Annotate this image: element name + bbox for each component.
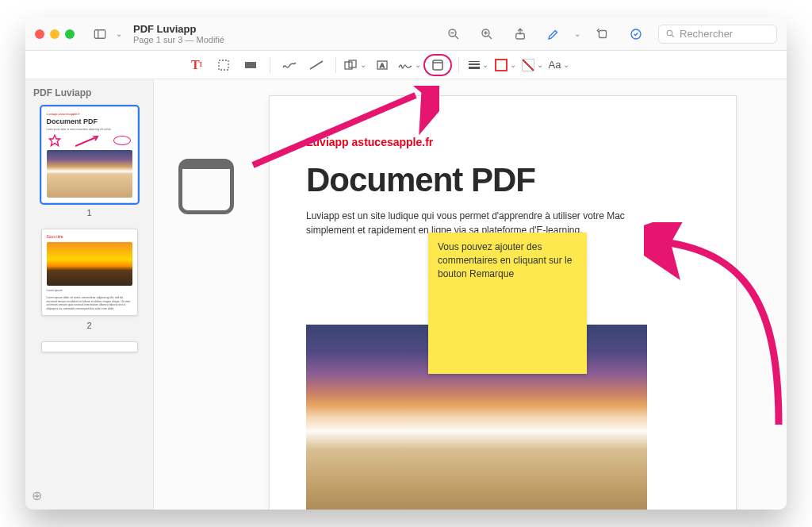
border-color-tool[interactable]: ⌄ [492, 55, 518, 75]
page-header-link: Luviapp astucesapple.fr [306, 136, 699, 148]
svg-rect-10 [599, 30, 607, 37]
svg-point-12 [667, 30, 672, 36]
add-page-button[interactable]: ⊕ [32, 488, 42, 503]
document-canvas[interactable]: Luviapp astucesapple.fr Document PDF Luv… [154, 79, 787, 510]
thumb-number-2: 2 [33, 321, 145, 330]
search-icon [665, 29, 676, 39]
toolbar-actions: ⌄ Rechercher [442, 23, 777, 45]
sidebar-title: PDF Luviapp [33, 87, 145, 98]
rotate-button[interactable] [592, 23, 614, 45]
svg-rect-15 [245, 62, 256, 68]
rect-selection-tool[interactable] [211, 55, 236, 75]
markup-menu-chevron-icon[interactable]: ⌄ [574, 29, 580, 38]
view-menu-chevron-icon[interactable]: ⌄ [116, 29, 122, 38]
shapes-tool[interactable]: ⌄ [343, 55, 368, 75]
sign-tool[interactable]: ⌄ [396, 55, 422, 75]
arrow-icon [75, 136, 99, 147]
search-field[interactable]: Rechercher [658, 25, 777, 44]
oval-icon [113, 136, 131, 145]
search-placeholder: Rechercher [680, 28, 733, 40]
sidebar-toggle-button[interactable] [89, 25, 111, 44]
thumb-image-1 [47, 150, 132, 198]
svg-line-13 [672, 35, 674, 37]
line-style-tool[interactable]: ⌄ [465, 55, 491, 75]
redact-tool[interactable] [238, 55, 263, 75]
markup-button[interactable] [542, 23, 565, 45]
page-thumbnail-2[interactable]: Sous titre Lorem ipsumLorem ipsum dolor … [41, 229, 138, 316]
page-thumbnail-1[interactable]: Luviapp astucesapple.fr Document PDF Lor… [41, 106, 138, 203]
fill-color-tool[interactable]: ⌄ [519, 55, 545, 75]
svg-rect-20 [433, 60, 442, 70]
star-icon [48, 134, 61, 147]
thumb-image-2 [47, 242, 132, 286]
markup-toolbar: TI ⌄ A ⌄ ⌄ ⌄ ⌄ Aa⌄ [25, 51, 787, 79]
traffic-lights [35, 29, 75, 39]
maximize-window-button[interactable] [65, 29, 75, 39]
page-heading: Document PDF [306, 161, 699, 199]
document-title: PDF Luviapp [133, 23, 224, 35]
minimize-window-button[interactable] [50, 29, 59, 39]
sticky-note[interactable]: Vous pouvez ajouter des commentaires en … [428, 233, 587, 374]
document-subtitle: Page 1 sur 3 — Modifié [133, 35, 224, 44]
svg-line-3 [455, 36, 458, 39]
note-icon-large [178, 159, 234, 214]
pdf-page-1: Luviapp astucesapple.fr Document PDF Luv… [269, 95, 737, 510]
app-window: ⌄ PDF Luviapp Page 1 sur 3 — Modifié ⌄ [25, 17, 787, 510]
highlight-button[interactable] [625, 23, 647, 45]
titlebar: ⌄ PDF Luviapp Page 1 sur 3 — Modifié ⌄ [25, 17, 787, 51]
text-selection-tool[interactable]: TI [184, 55, 209, 75]
draw-tool[interactable] [304, 55, 329, 75]
svg-line-23 [75, 137, 96, 146]
textbox-tool[interactable]: A [370, 55, 395, 75]
text-style-tool[interactable]: Aa⌄ [546, 55, 572, 75]
zoom-in-button[interactable] [476, 23, 498, 45]
thumbnails-sidebar: PDF Luviapp Luviapp astucesapple.fr Docu… [25, 79, 154, 510]
body: PDF Luviapp Luviapp astucesapple.fr Docu… [25, 79, 787, 510]
note-tool[interactable] [423, 54, 452, 76]
close-window-button[interactable] [35, 29, 44, 39]
page-thumbnail-3[interactable] [41, 341, 138, 352]
sketch-tool[interactable] [277, 55, 302, 75]
svg-rect-14 [219, 60, 228, 70]
svg-marker-22 [49, 136, 59, 146]
svg-rect-0 [94, 29, 105, 38]
share-button[interactable] [509, 23, 531, 45]
svg-text:A: A [380, 62, 385, 69]
title-block: PDF Luviapp Page 1 sur 3 — Modifié [133, 23, 224, 44]
svg-line-6 [488, 36, 492, 39]
thumb-number-1: 1 [33, 208, 145, 217]
zoom-out-button[interactable] [442, 23, 465, 45]
